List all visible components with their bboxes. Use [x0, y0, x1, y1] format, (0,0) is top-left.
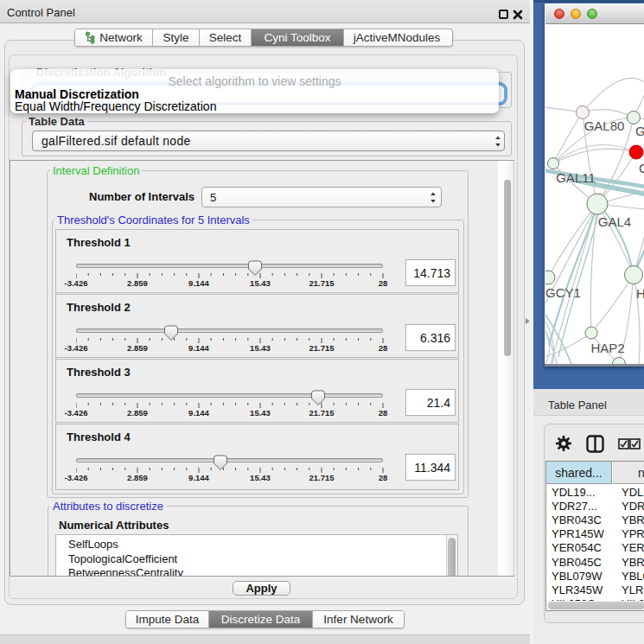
svg-text:GCY1: GCY1 [545, 285, 581, 300]
svg-text:GAL80: GAL80 [584, 118, 625, 133]
svg-text:CC: CC [639, 161, 644, 175]
svg-text:HA: HA [636, 286, 644, 301]
svg-text:HAP2: HAP2 [590, 341, 624, 355]
svg-text:GAL11: GAL11 [556, 170, 596, 185]
svg-text:GAL4: GAL4 [598, 214, 631, 229]
svg-text:GAL: GAL [635, 124, 644, 138]
